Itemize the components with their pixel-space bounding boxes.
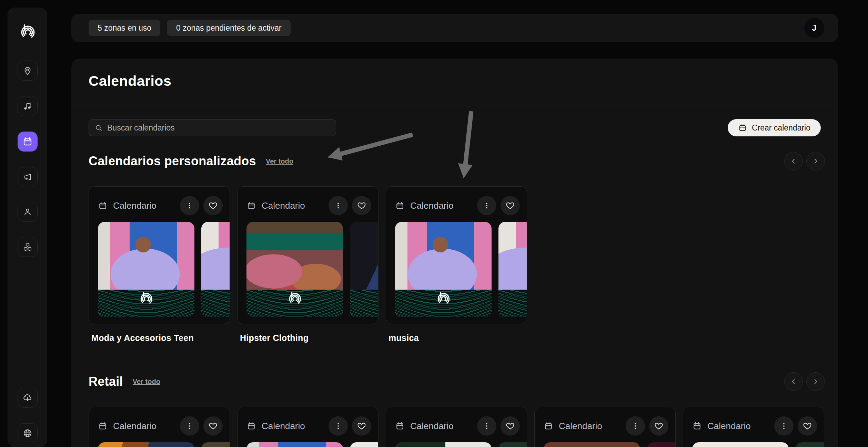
card-thumbnails [692, 442, 824, 447]
calendar-cell: Calendario Hipster Clothing [237, 186, 379, 343]
card-favorite-button[interactable] [352, 416, 371, 436]
calendar-card[interactable]: Calendario [683, 407, 824, 447]
calendar-cell: Calendario [534, 407, 676, 447]
brand-spiral-logo-icon [287, 290, 303, 317]
sidebar-item-downloads[interactable] [18, 388, 38, 408]
card-menu-button[interactable] [180, 196, 199, 215]
zones-pending-badge: 0 zonas pendientes de activar [167, 20, 291, 36]
custom-calendars-row: Calendario Moda y Accesorios Teen [89, 186, 821, 343]
calendar-card[interactable]: Calendario [89, 407, 230, 447]
search-box[interactable] [89, 119, 336, 136]
calendar-icon [692, 421, 702, 431]
card-thumbnails [98, 222, 230, 317]
sidebar-item-modules[interactable] [18, 237, 38, 257]
playlist-thumbnail [201, 222, 230, 317]
card-menu-button[interactable] [180, 416, 199, 436]
sidebar-item-locations[interactable] [18, 61, 38, 81]
carousel-prev-button[interactable] [784, 372, 803, 391]
card-favorite-button[interactable] [203, 196, 223, 215]
wave-band [350, 290, 379, 317]
card-type-label: Calendario [559, 421, 602, 432]
card-favorite-button[interactable] [501, 416, 520, 436]
playlist-thumbnail [692, 442, 789, 447]
zones-in-use-badge: 5 zonas en uso [89, 20, 160, 36]
see-all-link[interactable]: Ver todo [133, 378, 160, 386]
card-type-label: Calendario [262, 200, 305, 211]
chevron-left-icon [789, 377, 798, 386]
search-input[interactable] [107, 123, 330, 133]
card-menu-button[interactable] [626, 416, 645, 436]
calendar-card[interactable]: Calendario [237, 186, 379, 324]
calendar-cell: Calendario musica [386, 186, 527, 343]
kebab-menu-icon [482, 201, 491, 210]
heart-icon [208, 201, 218, 210]
sidebar-item-language[interactable] [18, 423, 38, 443]
carousel-controls [784, 152, 825, 170]
sidebar-item-announcements[interactable] [18, 167, 38, 187]
card-favorite-button[interactable] [203, 416, 223, 436]
playlist-thumbnail [796, 442, 824, 447]
sidebar-item-calendars[interactable] [18, 132, 38, 152]
calendar-icon [98, 421, 108, 431]
section-header-retail: Retail Ver todo [89, 372, 821, 391]
avatar[interactable]: J [804, 18, 824, 38]
calendar-icon [395, 201, 405, 210]
create-calendar-button[interactable]: Crear calendario [728, 119, 821, 136]
heart-icon [505, 421, 515, 431]
location-pin-icon [22, 65, 33, 76]
calendar-card[interactable]: Calendario [89, 186, 230, 324]
card-header: Calendario [246, 196, 378, 216]
playlist-thumbnail [395, 442, 492, 447]
calendar-card[interactable]: Calendario [534, 407, 676, 447]
kebab-menu-icon [334, 201, 343, 210]
calendar-cell: Calendario [386, 407, 527, 447]
card-header: Calendario [692, 416, 824, 436]
heart-icon [357, 201, 366, 210]
card-menu-button[interactable] [774, 416, 794, 436]
card-menu-button[interactable] [477, 196, 496, 215]
wave-band [201, 290, 230, 317]
sidebar-item-profile[interactable] [18, 202, 38, 222]
card-favorite-button[interactable] [649, 416, 668, 436]
card-menu-button[interactable] [329, 196, 348, 215]
calendar-card[interactable]: Calendario [237, 407, 379, 447]
calendar-card[interactable]: Calendario [386, 407, 527, 447]
kebab-menu-icon [482, 422, 491, 430]
heart-icon [357, 421, 366, 431]
carousel-next-button[interactable] [806, 372, 825, 391]
card-thumbnails [395, 222, 527, 317]
card-header: Calendario [395, 196, 527, 216]
calendar-title: Moda y Accesorios Teen [91, 333, 230, 343]
playlist-thumbnail [246, 222, 343, 317]
carousel-prev-button[interactable] [784, 152, 803, 170]
card-thumbnails [246, 442, 378, 447]
brand-spiral-logo-icon [435, 290, 451, 317]
playlist-thumbnail [647, 442, 676, 447]
card-type-label: Calendario [262, 421, 305, 432]
card-header: Calendario [395, 416, 527, 436]
heart-icon [803, 421, 812, 431]
card-favorite-button[interactable] [352, 196, 371, 215]
wave-band [498, 290, 527, 317]
card-favorite-button[interactable] [501, 196, 520, 215]
playlist-thumbnail [498, 222, 527, 317]
sidebar-item-music[interactable] [18, 96, 38, 116]
heart-icon [505, 201, 515, 210]
card-type-label: Calendario [410, 200, 454, 211]
card-menu-button[interactable] [329, 416, 348, 436]
card-menu-button[interactable] [477, 416, 496, 436]
wave-band [246, 290, 343, 317]
calendar-cell: Calendario [89, 407, 230, 447]
carousel-next-button[interactable] [806, 152, 825, 170]
kebab-menu-icon [185, 422, 194, 430]
user-icon [22, 207, 33, 217]
see-all-link[interactable]: Ver todo [266, 157, 293, 165]
calendar-card[interactable]: Calendario [386, 186, 527, 324]
section-title: Retail [89, 374, 123, 389]
modules-cubes-icon [22, 242, 33, 252]
retail-calendars-row: Calendario Calendario [89, 407, 821, 447]
kebab-menu-icon [779, 422, 788, 430]
calendars-page: { "sidebar": { "logo_icon": "brand-spira… [0, 0, 868, 447]
card-favorite-button[interactable] [798, 416, 817, 436]
chevron-right-icon [811, 157, 820, 166]
